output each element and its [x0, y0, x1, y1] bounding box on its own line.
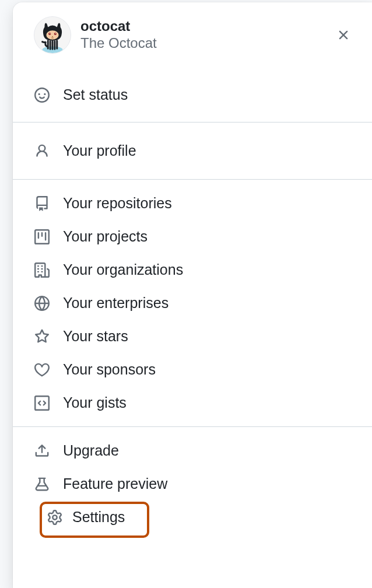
nav-section: Your repositories Your projects Your org…	[13, 180, 372, 426]
svg-point-4	[54, 33, 57, 35]
your-profile-label: Your profile	[63, 142, 136, 159]
svg-point-3	[48, 33, 51, 35]
organizations-item[interactable]: Your organizations	[13, 253, 372, 286]
svg-point-6	[55, 33, 56, 34]
settings-item[interactable]: Settings	[13, 501, 372, 534]
display-name: The Octocat	[80, 35, 331, 52]
repo-icon	[34, 195, 50, 212]
star-icon	[34, 328, 50, 345]
project-icon	[34, 229, 50, 245]
upgrade-label: Upgrade	[63, 442, 119, 459]
gear-icon	[47, 509, 63, 526]
repositories-label: Your repositories	[63, 195, 172, 212]
smiley-icon	[34, 87, 50, 103]
octocat-avatar-icon	[34, 16, 71, 54]
user-menu-panel: octocat The Octocat Set status Your prof…	[13, 2, 372, 588]
set-status-label: Set status	[63, 86, 128, 103]
footer-section: Upgrade Feature preview Settings	[13, 427, 372, 541]
svg-point-7	[52, 36, 53, 37]
projects-item[interactable]: Your projects	[13, 220, 372, 253]
enterprises-label: Your enterprises	[63, 295, 169, 312]
organization-icon	[34, 262, 50, 278]
avatar[interactable]	[34, 16, 71, 54]
code-square-icon	[34, 395, 50, 411]
stars-label: Your stars	[63, 328, 128, 345]
gists-label: Your gists	[63, 394, 127, 411]
user-info: octocat The Octocat	[80, 18, 331, 52]
settings-label: Settings	[72, 509, 125, 526]
beaker-icon	[34, 476, 50, 492]
close-icon	[336, 27, 351, 43]
user-menu-header: octocat The Octocat	[13, 16, 372, 68]
close-button[interactable]	[331, 23, 356, 47]
projects-label: Your projects	[63, 228, 148, 245]
person-icon	[34, 143, 50, 159]
feature-preview-label: Feature preview	[63, 475, 167, 492]
repositories-item[interactable]: Your repositories	[13, 187, 372, 220]
svg-point-5	[50, 33, 50, 34]
globe-icon	[34, 295, 50, 312]
gists-item[interactable]: Your gists	[13, 386, 372, 419]
username: octocat	[80, 18, 331, 35]
enterprises-item[interactable]: Your enterprises	[13, 286, 372, 320]
your-profile-item[interactable]: Your profile	[13, 134, 372, 167]
sponsors-label: Your sponsors	[63, 361, 156, 378]
upload-icon	[34, 443, 50, 459]
status-section: Set status	[13, 68, 372, 122]
feature-preview-item[interactable]: Feature preview	[13, 467, 372, 501]
set-status-item[interactable]: Set status	[13, 78, 372, 111]
settings-highlight: Settings	[13, 501, 372, 534]
upgrade-item[interactable]: Upgrade	[13, 434, 372, 467]
profile-section: Your profile	[13, 123, 372, 179]
heart-icon	[34, 362, 50, 378]
stars-item[interactable]: Your stars	[13, 320, 372, 353]
sponsors-item[interactable]: Your sponsors	[13, 353, 372, 386]
organizations-label: Your organizations	[63, 261, 183, 278]
